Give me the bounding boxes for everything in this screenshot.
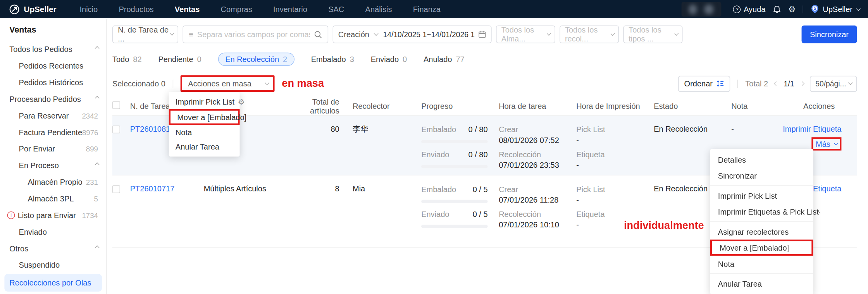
menu-item-asignar-recolectores[interactable]: Asignar recolectores (710, 224, 813, 239)
col-header-collector: Recolector (349, 101, 421, 110)
search-icon[interactable] (314, 30, 322, 38)
prev-page-icon[interactable] (773, 81, 778, 86)
chevron-up-icon (95, 162, 100, 167)
sidebar-item-pedidos-historicos[interactable]: Pedidos Históricos (0, 74, 106, 91)
row-actions-menu: Detalles Sincronizar Imprimir Pick List … (710, 149, 813, 294)
tab-embalado[interactable]: Embalado3 (311, 55, 354, 64)
chevron-down-icon (170, 31, 174, 36)
date-type-select[interactable]: Creación (333, 30, 382, 39)
menu-item-nota[interactable]: Nota (169, 125, 240, 139)
nav-item-analisis[interactable]: Análisis (365, 5, 392, 14)
next-page-icon[interactable] (800, 81, 804, 86)
nav-item-ventas[interactable]: Ventas (175, 5, 200, 14)
page-indicator: 1/1 (784, 79, 794, 88)
sidebar-item-factura-pendiente[interactable]: Factura Pendiente8976 (0, 124, 106, 141)
nav-item-inicio[interactable]: Inicio (79, 5, 98, 14)
menu-item-anular-tarea[interactable]: Anular Tarea (169, 139, 240, 154)
tab-enviado[interactable]: Enviado0 (371, 55, 407, 64)
sidebar-item-recolecciones-por-olas[interactable]: Recolecciones por Olas (4, 274, 102, 292)
sidebar: Ventas Todos los Pedidos Pedidos Recient… (0, 18, 107, 294)
search-field-select[interactable]: N. de Tarea de ... (112, 26, 178, 43)
progress-bar (421, 165, 487, 168)
list-toolbar: Seleccionado 0 Acciones en masa en masa … (112, 75, 857, 93)
chevron-down-icon (834, 141, 839, 145)
menu-item-imprimir-pick-list[interactable]: Imprimir Pick List ⚙ (169, 95, 240, 109)
chevron-up-icon (95, 46, 100, 51)
nav-item-sac[interactable]: SAC (328, 5, 344, 14)
gear-icon[interactable]: ⚙ (238, 98, 245, 106)
page-size-select[interactable]: 50/pági... (810, 76, 857, 91)
help-link[interactable]: ? Ayuda (733, 5, 766, 14)
sidebar-item-por-enviar[interactable]: Por Enviar899 (0, 141, 106, 157)
chevron-down-icon (547, 31, 551, 36)
main-nav: Inicio Productos Ventas Compras Inventar… (79, 5, 440, 14)
list-lines-icon: ≡ (189, 30, 193, 39)
sidebar-item-otros[interactable]: Otros (0, 240, 106, 257)
task-type-select[interactable]: Todos los tipos ... (623, 26, 682, 43)
pagination: 1/1 (774, 79, 804, 88)
sync-button[interactable]: Sincronizar (802, 26, 857, 43)
menu-item-anular-tarea[interactable]: Anular Tarea (710, 275, 813, 291)
nav-item-compras[interactable]: Compras (221, 5, 252, 14)
sidebar-item-almacen-3pl[interactable]: Almacén 3PL5 (0, 190, 106, 207)
annotation-en-masa: en masa (282, 77, 324, 89)
sort-button[interactable]: Ordenar (678, 76, 730, 91)
info-circle-icon: i (7, 211, 15, 219)
print-time-cell: Pick List - Etiqueta - (576, 175, 654, 248)
filter-bar: N. de Tarea de ... ≡ Creación 14/10/2025… (112, 26, 857, 43)
bulk-actions-select[interactable]: Acciones en masa (180, 75, 274, 92)
menu-item-detalles[interactable]: Detalles (710, 151, 813, 167)
sidebar-item-en-proceso[interactable]: En Proceso (0, 157, 106, 174)
sidebar-item-enviado[interactable]: Enviado (0, 224, 106, 240)
more-actions-link[interactable]: Más (811, 137, 842, 150)
select-all-checkbox[interactable] (112, 101, 120, 109)
brand-name: UpSeller (24, 5, 56, 14)
menu-item-imprimir-etiquetas-pick-list[interactable]: Imprimir Etiquetas & Pick List (710, 204, 813, 220)
task-id-link[interactable]: PT2601081 (130, 124, 170, 133)
tab-en-recoleccion[interactable]: En Recolección2 (218, 53, 294, 66)
search-input[interactable] (197, 30, 310, 39)
menu-item-nota[interactable]: Nota (710, 256, 813, 272)
divider (172, 79, 173, 88)
chevron-down-icon (856, 6, 861, 10)
menu-item-imprimir-pick-list[interactable]: Imprimir Pick List (710, 187, 813, 203)
menu-divider (710, 221, 813, 222)
menu-item-sincronizar[interactable]: Sincronizar (710, 168, 813, 184)
menu-item-mover-a-embalado[interactable]: Mover a [Embalado] (710, 240, 813, 256)
col-header-note: Nota (731, 101, 773, 110)
menu-item-mover-a-embalado[interactable]: Mover a [Embalado] (169, 109, 240, 125)
brand[interactable]: UpSeller (9, 3, 57, 15)
nav-item-productos[interactable]: Productos (119, 5, 153, 14)
progress-bar (421, 200, 487, 203)
divider (737, 79, 738, 88)
menu-divider (710, 273, 813, 274)
settings-gear-icon[interactable]: ⚙ (788, 5, 796, 13)
tab-pendiente[interactable]: Pendiente0 (158, 55, 201, 64)
notifications-bell-icon[interactable] (773, 5, 781, 14)
sidebar-item-para-reservar[interactable]: Para Reservar2342 (0, 107, 106, 124)
nav-item-finanza[interactable]: Finanza (413, 5, 441, 14)
sidebar-item-todos-los-pedidos[interactable]: Todos los Pedidos (0, 41, 106, 58)
sort-icon (716, 80, 724, 88)
question-circle-icon: ? (733, 5, 741, 13)
sidebar-item-pedidos-recientes[interactable]: Pedidos Recientes (0, 58, 106, 74)
date-range-picker[interactable]: 14/10/2025 1~14/01/2026 1 (382, 30, 491, 38)
sidebar-item-almacen-propio[interactable]: Almacén Propio231 (0, 174, 106, 191)
selected-count: Seleccionado 0 (112, 79, 165, 88)
upseller-logo-icon (9, 3, 20, 15)
col-header-actions: Acciones (773, 101, 857, 110)
row-checkbox[interactable] (112, 126, 120, 133)
row-checkbox[interactable] (112, 186, 120, 193)
print-label-link[interactable]: Imprimir Etiqueta (783, 124, 841, 133)
account-menu[interactable]: $ UpSeller (811, 4, 859, 14)
sidebar-item-listo-para-enviar[interactable]: i Listo para Enviar1734 (0, 207, 106, 224)
sidebar-item-suspendido[interactable]: Suspendido (0, 257, 106, 273)
sidebar-item-procesando-pedidos[interactable]: Procesando Pedidos (0, 91, 106, 107)
tab-anulado[interactable]: Anulado77 (424, 55, 465, 64)
nav-item-inventario[interactable]: Inventario (273, 5, 307, 14)
toolbar-right: Ordenar Total 2 1/1 50/pági... (678, 76, 857, 91)
collector-select[interactable]: Todos los recol... (560, 26, 619, 43)
task-id-link[interactable]: PT26010717 (130, 184, 175, 193)
tab-todo[interactable]: Todo82 (112, 55, 142, 64)
warehouse-select[interactable]: Todos los Alma... (496, 26, 555, 43)
